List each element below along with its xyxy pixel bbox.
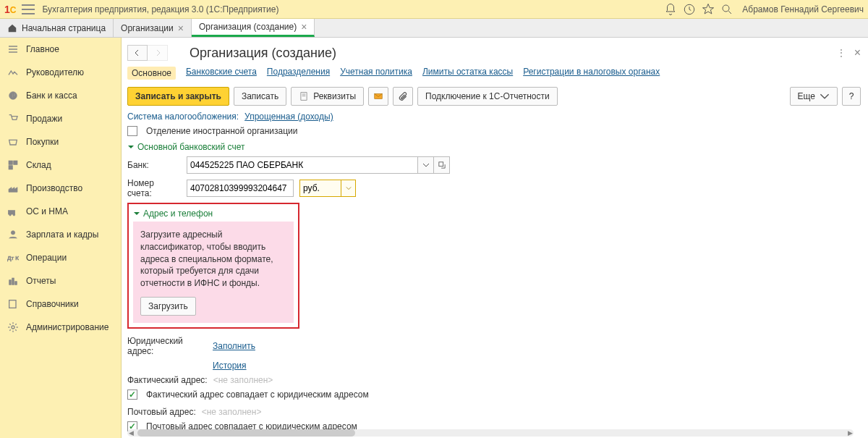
page-title: Организация (создание) <box>190 46 336 61</box>
legal-address-row: Юридический адрес: Заполнить <box>127 336 861 356</box>
actual-same-row: Фактический адрес совпадает с юридически… <box>127 389 861 400</box>
account-label: Номер счета: <box>127 178 181 198</box>
actual-same-label: Фактический адрес совпадает с юридически… <box>146 389 369 400</box>
kebab-icon[interactable]: ⋮ <box>837 48 847 58</box>
sidebar-item-purchases[interactable]: Покупки <box>0 130 121 153</box>
foreign-branch-checkbox[interactable] <box>127 126 137 136</box>
load-classifier-button[interactable]: Загрузить <box>140 297 196 316</box>
tab-organizations[interactable]: Организации × <box>114 19 192 37</box>
tab-label: Организация (создание) <box>199 22 297 32</box>
actual-same-checkbox[interactable] <box>127 389 137 400</box>
history-icon[interactable] <box>683 3 696 16</box>
svg-rect-19 <box>438 162 443 167</box>
tab-label: Организации <box>121 23 174 33</box>
svg-rect-5 <box>14 161 17 164</box>
history-link[interactable]: История <box>213 361 247 371</box>
toolbar: Записать и закрыть Записать Реквизиты По… <box>127 87 861 106</box>
currency-dropdown-icon[interactable] <box>341 180 355 196</box>
subtab-main[interactable]: Основное <box>127 67 176 80</box>
sidebar: Главное Руководителю ₽Банк и касса Прода… <box>0 38 122 438</box>
current-user[interactable]: Абрамов Геннадий Сергеевич <box>742 4 864 14</box>
sidebar-item-warehouse[interactable]: Склад <box>0 153 121 177</box>
tab-organization-create[interactable]: Организация (создание) × <box>192 19 315 37</box>
subtab-cash-limits[interactable]: Лимиты остатка кассы <box>422 67 513 80</box>
nav-forward-button[interactable] <box>148 45 168 61</box>
bank-dropdown-button[interactable] <box>418 156 434 174</box>
sidebar-item-reports[interactable]: Отчеты <box>0 269 121 292</box>
page-header: Организация (создание) ⋮ × <box>127 41 861 65</box>
app-title: Бухгалтерия предприятия, редакция 3.0 (1… <box>42 4 278 14</box>
connect-reporting-button[interactable]: Подключение к 1С-Отчетности <box>417 87 558 106</box>
save-button[interactable]: Записать <box>234 87 286 106</box>
svg-point-8 <box>9 214 12 216</box>
sidebar-item-hr[interactable]: Зарплата и кадры <box>0 223 121 246</box>
close-icon[interactable]: × <box>178 22 184 34</box>
postal-address-label: Почтовый адрес: <box>127 407 196 417</box>
sidebar-item-admin[interactable]: Администрирование <box>0 316 121 339</box>
save-close-button[interactable]: Записать и закрыть <box>127 87 229 106</box>
subtab-departments[interactable]: Подразделения <box>267 67 330 80</box>
currency-input[interactable] <box>300 180 341 196</box>
sidebar-item-director[interactable]: Руководителю <box>0 61 121 84</box>
account-row: Номер счета: <box>127 178 861 198</box>
scroll-left-icon[interactable]: ◀ <box>127 429 135 437</box>
svg-rect-15 <box>9 300 16 308</box>
sidebar-item-bank[interactable]: ₽Банк и касса <box>0 84 121 107</box>
fill-address-link[interactable]: Заполнить <box>213 341 255 351</box>
bank-section-toggle[interactable]: Основной банковский счет <box>127 142 861 152</box>
svg-point-9 <box>13 214 15 216</box>
mail-button[interactable] <box>368 87 388 106</box>
classifier-notice: Загрузите адресный классификатор, чтобы … <box>133 222 294 323</box>
svg-text:₽: ₽ <box>12 93 15 99</box>
close-icon[interactable]: × <box>301 21 307 33</box>
bank-input[interactable] <box>187 156 418 174</box>
sidebar-item-operations[interactable]: Дт КтОперации <box>0 246 121 269</box>
search-icon[interactable] <box>720 3 733 16</box>
currency-picker[interactable] <box>299 180 356 197</box>
svg-rect-12 <box>9 280 12 285</box>
legal-address-label: Юридический адрес: <box>127 336 207 356</box>
sidebar-item-sales[interactable]: Продажи <box>0 107 121 130</box>
subtabs: Основное Банковские счета Подразделения … <box>127 65 861 87</box>
bell-icon[interactable] <box>664 3 677 16</box>
actual-address-value: <не заполнен> <box>213 375 273 385</box>
scroll-right-icon[interactable]: ▶ <box>846 429 854 437</box>
postal-address-row: Почтовый адрес: <не заполнен> <box>127 407 861 417</box>
address-section-toggle[interactable]: Адрес и телефон <box>133 209 294 219</box>
attach-button[interactable] <box>393 87 413 106</box>
scroll-thumb[interactable] <box>137 429 355 437</box>
close-page-icon[interactable]: × <box>854 46 861 59</box>
subtab-accounting-policy[interactable]: Учетная политика <box>340 67 412 80</box>
address-section-highlight: Адрес и телефон Загрузите адресный класс… <box>127 203 299 329</box>
subtab-bank-accounts[interactable]: Банковские счета <box>186 67 257 80</box>
svg-text:Дт Кт: Дт Кт <box>7 255 19 261</box>
bank-open-button[interactable] <box>434 156 450 174</box>
tax-label: Система налогообложения: <box>127 111 239 122</box>
hamburger-icon[interactable] <box>22 4 35 14</box>
sidebar-item-assets[interactable]: ОС и НМА <box>0 200 121 223</box>
svg-point-10 <box>11 231 14 235</box>
sidebar-item-main[interactable]: Главное <box>0 38 121 61</box>
svg-rect-14 <box>15 282 17 285</box>
actual-address-label: Фактический адрес: <box>127 375 208 385</box>
sidebar-item-production[interactable]: Производство <box>0 177 121 200</box>
logo-1c: 1С <box>4 4 16 15</box>
more-button[interactable]: Еще <box>790 87 838 106</box>
tab-home[interactable]: Начальная страница <box>0 19 114 37</box>
horizontal-scrollbar[interactable]: ◀ ▶ <box>127 429 854 437</box>
subtab-tax-registration[interactable]: Регистрации в налоговых органах <box>523 67 660 80</box>
nav-back-button[interactable] <box>127 45 148 61</box>
topbar: 1С Бухгалтерия предприятия, редакция 3.0… <box>0 0 868 19</box>
svg-rect-17 <box>301 93 307 101</box>
postal-address-value: <не заполнен> <box>202 407 262 417</box>
tax-link[interactable]: Упрощенная (доходы) <box>244 111 333 122</box>
requisites-button[interactable]: Реквизиты <box>291 87 364 106</box>
sidebar-item-catalogs[interactable]: Справочники <box>0 292 121 316</box>
history-row: История <box>127 361 861 371</box>
svg-rect-13 <box>12 278 14 285</box>
main: Главное Руководителю ₽Банк и касса Прода… <box>0 38 868 438</box>
star-icon[interactable] <box>702 3 715 16</box>
notice-text: Загрузите адресный классификатор, чтобы … <box>140 229 286 290</box>
account-input[interactable] <box>187 180 294 197</box>
help-button[interactable]: ? <box>842 87 861 106</box>
